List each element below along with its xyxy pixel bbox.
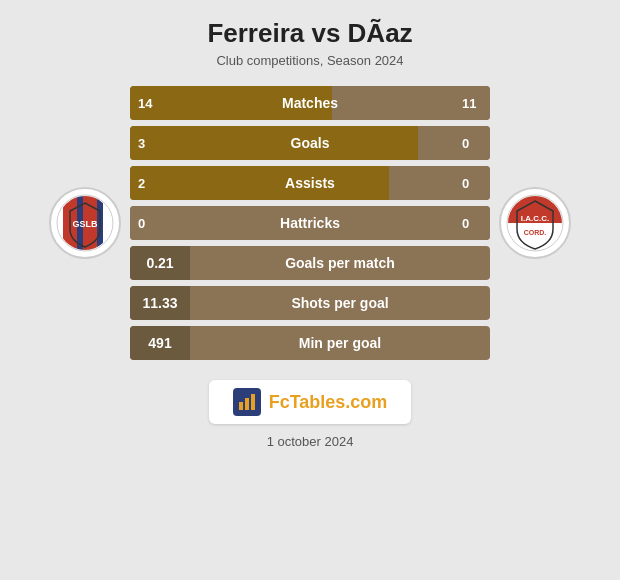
main-comparison-area: GSLB 14 11 Matches 3 0 Goals [0,78,620,368]
goals-right-value: 0 [462,136,482,151]
min-per-goal-row: 491 Min per goal [130,326,490,360]
right-logo-circle: I.A.C.C. CORD. [499,187,571,259]
goals-per-match-value: 0.21 [130,246,190,280]
page-subtitle: Club competitions, Season 2024 [207,53,412,68]
fctables-prefix: Fc [269,392,290,412]
right-team-logo: I.A.C.C. CORD. [490,187,580,259]
assists-left-bar: 2 [130,166,389,200]
hattricks-row: 0 0 Hattricks [130,206,490,240]
svg-rect-16 [251,394,255,410]
goals-per-match-label: Goals per match [190,246,490,280]
goals-per-match-row: 0.21 Goals per match [130,246,490,280]
matches-left-bar: 14 [130,86,332,120]
matches-row: 14 11 Matches [130,86,490,120]
shots-per-goal-label: Shots per goal [190,286,490,320]
chart-icon [237,392,257,412]
shots-per-goal-value: 11.33 [130,286,190,320]
left-logo-circle: GSLB [49,187,121,259]
goals-row: 3 0 Goals [130,126,490,160]
assists-left-value: 2 [138,176,158,191]
min-per-goal-value: 491 [130,326,190,360]
fctables-banner: FcTables.com [209,380,412,424]
hattricks-right-value: 0 [462,216,482,231]
san-lorenzo-svg: GSLB [55,193,115,253]
assists-right-bar: 0 [389,166,490,200]
svg-text:GSLB: GSLB [72,219,98,229]
goals-left-value: 3 [138,136,158,151]
svg-rect-15 [245,398,249,410]
stats-container: 14 11 Matches 3 0 Goals 2 0 Assis [130,86,490,360]
left-team-logo: GSLB [40,187,130,259]
page-title: Ferreira vs DÃaz [207,18,412,49]
svg-text:CORD.: CORD. [524,229,547,236]
min-per-goal-label: Min per goal [190,326,490,360]
matches-right-value: 11 [462,96,482,111]
fctables-suffix: .com [345,392,387,412]
fctables-icon [233,388,261,416]
svg-rect-14 [239,402,243,410]
atletico-svg: I.A.C.C. CORD. [505,193,565,253]
assists-row: 2 0 Assists [130,166,490,200]
fctables-brand-text: FcTables.com [269,392,388,413]
shots-per-goal-row: 11.33 Shots per goal [130,286,490,320]
hattricks-right-bar: 0 [310,206,490,240]
svg-text:I.A.C.C.: I.A.C.C. [521,214,549,223]
goals-right-bar: 0 [418,126,490,160]
header-section: Ferreira vs DÃaz Club competitions, Seas… [207,0,412,74]
matches-left-value: 14 [138,96,158,111]
goals-left-bar: 3 [130,126,418,160]
footer-date: 1 october 2024 [267,434,354,449]
fctables-highlight: Tables [290,392,346,412]
assists-right-value: 0 [462,176,482,191]
matches-right-bar: 11 [332,86,490,120]
hattricks-left-bar: 0 [130,206,310,240]
hattricks-left-value: 0 [138,216,158,231]
